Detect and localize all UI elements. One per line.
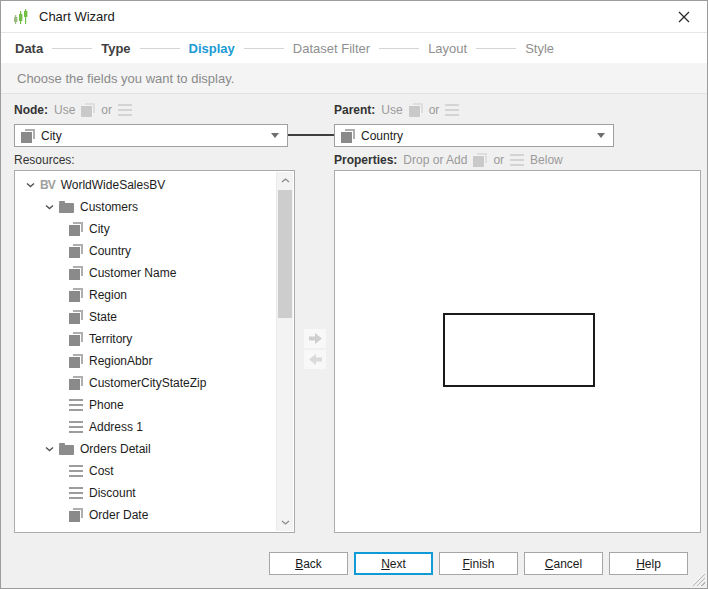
node-parent-connector: [288, 134, 334, 136]
next-button[interactable]: Next: [354, 552, 433, 575]
tree-item-label: City: [89, 222, 110, 236]
tree-item-label: Order Date: [89, 508, 148, 522]
node-or-label: or: [101, 103, 112, 117]
step-layout[interactable]: Layout: [428, 41, 467, 56]
tree-item-regionabbr[interactable]: RegionAbbr: [16, 350, 276, 372]
resize-grip[interactable]: [692, 573, 705, 586]
chevron-down-icon[interactable]: [45, 203, 56, 211]
back-button[interactable]: Back: [269, 552, 348, 575]
tree-item-discount[interactable]: Discount: [16, 482, 276, 504]
step-type[interactable]: Type: [101, 41, 130, 56]
resources-label: Resources:: [14, 153, 75, 167]
node-placeholder-rect: [443, 313, 595, 387]
step-divider: [244, 48, 284, 49]
chevron-down-icon: [597, 133, 605, 138]
step-divider: [476, 48, 516, 49]
tree-item-state[interactable]: State: [16, 306, 276, 328]
chevron-down-icon: [271, 133, 279, 138]
properties-drop-panel[interactable]: [334, 170, 701, 533]
step-data[interactable]: Data: [15, 41, 43, 56]
instruction-banner: Choose the fields you want to display.: [1, 63, 707, 94]
tree-item-phone[interactable]: Phone: [16, 394, 276, 416]
parent-use-label: Use: [381, 103, 402, 117]
dimension-field-icon: [21, 129, 35, 143]
dimension-field-icon: [69, 354, 83, 368]
scroll-up-icon[interactable]: [277, 172, 293, 189]
tree-item-partial[interactable]: [16, 526, 276, 531]
chart-wizard-icon: [13, 8, 31, 26]
wizard-steps: DataTypeDisplayDataset FilterLayoutStyle: [1, 33, 707, 63]
node-field-value: City: [41, 129, 265, 143]
properties-label-row: Properties: Drop or Add or Below: [334, 151, 563, 169]
tree-item-territory[interactable]: Territory: [16, 328, 276, 350]
tree-item-label: Country: [89, 244, 131, 258]
tree-item-label: Phone: [89, 398, 124, 412]
tree-item-orders-detail[interactable]: Orders Detail: [16, 438, 276, 460]
chevron-down-icon[interactable]: [45, 445, 56, 453]
step-divider: [52, 48, 92, 49]
dimension-field-icon: [409, 103, 423, 117]
window-title: Chart Wizard: [39, 9, 115, 24]
tree-item-label: Territory: [89, 332, 132, 346]
tree-item-label: RegionAbbr: [89, 354, 152, 368]
title-bar: Chart Wizard: [1, 1, 707, 33]
tree-item-worldwidesalesbv[interactable]: BVWorldWideSalesBV: [16, 174, 276, 196]
chevron-down-icon[interactable]: [26, 181, 37, 189]
step-display[interactable]: Display: [189, 41, 235, 56]
detail-field-icon: [69, 487, 83, 499]
tree-item-cost[interactable]: Cost: [16, 460, 276, 482]
move-left-button[interactable]: [304, 350, 326, 369]
step-dataset-filter[interactable]: Dataset Filter: [293, 41, 370, 56]
folder-icon: [59, 445, 74, 455]
scrollbar-thumb[interactable]: [278, 190, 292, 318]
tree-item-label: Region: [89, 288, 127, 302]
parent-field-dropdown[interactable]: Country: [334, 124, 614, 147]
properties-or-label: or: [493, 153, 504, 167]
folder-icon: [59, 203, 74, 213]
tree-item-address-1[interactable]: Address 1: [16, 416, 276, 438]
business-view-icon: BV: [40, 178, 55, 192]
tree-item-label: Address 1: [89, 420, 143, 434]
step-style[interactable]: Style: [525, 41, 554, 56]
detail-field-icon: [118, 104, 132, 116]
resources-tree: BVWorldWideSalesBVCustomersCityCountryCu…: [16, 172, 276, 531]
node-field-dropdown[interactable]: City: [14, 124, 288, 147]
tree-item-label: Customers: [80, 200, 138, 214]
tree-item-customercitystatezip[interactable]: CustomerCityStateZip: [16, 372, 276, 394]
resources-tree-panel: BVWorldWideSalesBVCustomersCityCountryCu…: [14, 170, 295, 533]
resources-label-row: Resources:: [14, 151, 75, 169]
tree-item-customers[interactable]: Customers: [16, 196, 276, 218]
detail-field-icon: [69, 399, 83, 411]
tree-item-customer-name[interactable]: Customer Name: [16, 262, 276, 284]
tree-item-region[interactable]: Region: [16, 284, 276, 306]
step-divider: [140, 48, 180, 49]
tree-item-city[interactable]: City: [16, 218, 276, 240]
dimension-field-icon: [69, 332, 83, 346]
dimension-field-icon: [69, 376, 83, 390]
step-divider: [379, 48, 419, 49]
detail-field-icon: [445, 104, 459, 116]
tree-item-order-date[interactable]: Order Date: [16, 504, 276, 526]
help-button[interactable]: Help: [609, 552, 688, 575]
scroll-down-icon[interactable]: [277, 514, 293, 531]
dimension-field-icon: [69, 508, 83, 522]
finish-button[interactable]: Finish: [439, 552, 518, 575]
dimension-field-icon: [69, 310, 83, 324]
tree-item-label: Cost: [89, 464, 114, 478]
parent-label: Parent:: [334, 103, 375, 117]
dimension-field-icon: [69, 266, 83, 280]
instruction-text: Choose the fields you want to display.: [17, 71, 234, 86]
dimension-field-icon: [69, 244, 83, 258]
tree-item-label: State: [89, 310, 117, 324]
tree-scrollbar[interactable]: [276, 172, 293, 531]
cancel-button[interactable]: Cancel: [524, 552, 603, 575]
detail-field-icon: [69, 465, 83, 477]
footer-buttons: BackNextFinishCancelHelp: [269, 552, 688, 575]
parent-label-row: Parent: Use or: [334, 101, 459, 119]
tree-item-country[interactable]: Country: [16, 240, 276, 262]
move-right-button[interactable]: [304, 329, 326, 348]
close-icon[interactable]: [671, 5, 697, 29]
tree-item-label: CustomerCityStateZip: [89, 376, 206, 390]
dimension-field-icon: [473, 153, 487, 167]
tree-item-label: Discount: [89, 486, 136, 500]
